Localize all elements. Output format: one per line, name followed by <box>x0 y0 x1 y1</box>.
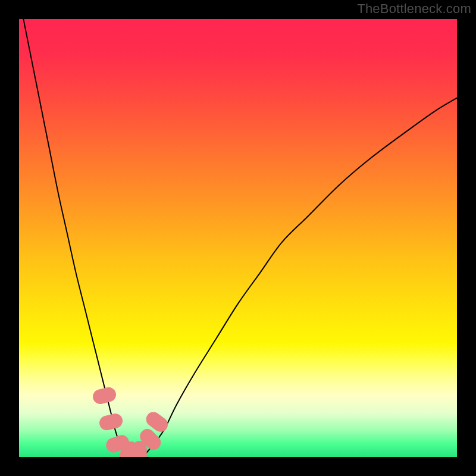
plot-area <box>19 19 457 457</box>
chart-frame: TheBottleneck.com <box>0 0 476 476</box>
watermark-text: TheBottleneck.com <box>357 1 471 17</box>
plot-svg <box>19 19 457 457</box>
background-rect <box>19 19 457 457</box>
